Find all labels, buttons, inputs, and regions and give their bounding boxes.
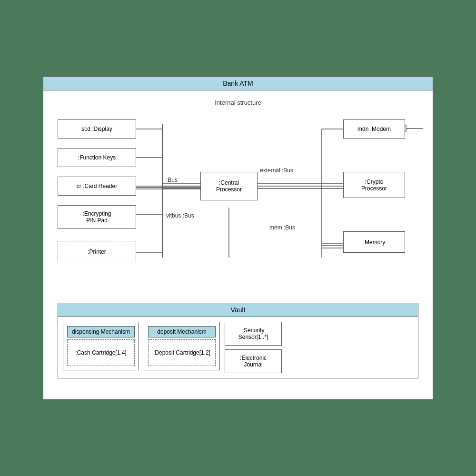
function-keys-box: :Function Keys <box>58 148 136 167</box>
deposit-mechanism: deposit Mechanism :Deposit Cartridge[1.2… <box>144 322 220 370</box>
printer-box: :Printer <box>58 241 136 262</box>
deposit-title: deposit Mechanism <box>148 326 216 337</box>
atm-diagram: Bank ATM Internal structure <box>43 76 433 400</box>
encrypting-pin-box: :Encrypting PIN Pad <box>58 205 136 229</box>
dispensing-mechanism: dispensing Mechanism :Cash Cartridge[1.4… <box>63 322 139 370</box>
external-bus-label: external :Bus <box>260 167 293 174</box>
modem-box: mdn :Modem <box>343 119 405 139</box>
security-column: :Security Sensor[1..*] :Electronic Journ… <box>225 322 282 373</box>
top-section: scd :Display :Function Keys cr :Card Rea… <box>53 110 423 300</box>
main-title: Bank ATM <box>43 77 433 90</box>
electronic-journal-box: :Electronic Journal <box>225 349 282 373</box>
security-sensor-box: :Security Sensor[1..*] <box>225 322 282 346</box>
memory-box: :Memory <box>343 231 405 253</box>
deposit-cartridge-box: :Deposit Cartridge[1.2] <box>148 339 216 366</box>
title-text: Bank ATM <box>223 79 253 87</box>
crypto-processor-box: :Crypto Processor <box>343 172 405 198</box>
vltbus-label: vltbus :Bus <box>166 212 194 219</box>
bus-label: :Bus <box>166 177 178 183</box>
display-box: scd :Display <box>58 119 136 139</box>
vault-section: Vault dispensing Mechanism :Cash Cartrid… <box>58 303 418 378</box>
vault-content: dispensing Mechanism :Cash Cartridge[1.4… <box>58 317 418 378</box>
cash-cartridge-box: :Cash Cartridge[1.4] <box>67 339 135 366</box>
central-processor-box: :Central Processor <box>200 172 258 200</box>
diagram-area: Internal structure <box>43 90 433 388</box>
internal-structure-label: Internal structure <box>53 95 423 110</box>
vault-title: Vault <box>58 303 418 317</box>
dispensing-title: dispensing Mechanism <box>67 326 135 337</box>
card-reader-box: cr :Card Reader <box>58 177 136 196</box>
mem-bus-label: mem :Bus <box>269 224 295 231</box>
